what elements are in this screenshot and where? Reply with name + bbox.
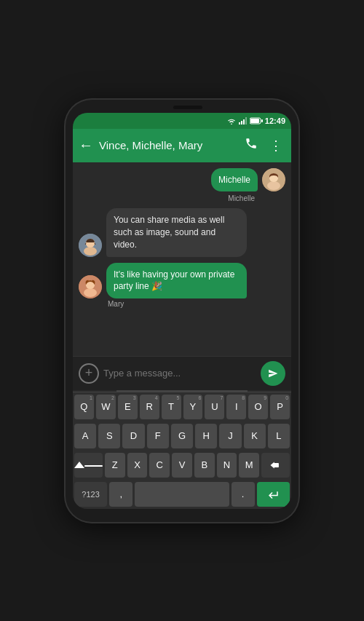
key-symbols[interactable]: ?123 (74, 482, 107, 507)
key-F[interactable]: F (147, 424, 169, 448)
keyboard-row-4: ?123 , . (73, 480, 291, 509)
key-period[interactable]: . (232, 482, 255, 507)
back-button[interactable]: ← (79, 137, 93, 154)
message-group-mary: It's like having your own private party … (106, 263, 247, 299)
hint-9: 9 (264, 395, 266, 400)
svg-rect-3 (245, 117, 247, 124)
key-G[interactable]: G (171, 424, 193, 448)
key-Z[interactable]: Z (105, 453, 125, 478)
key-Y[interactable]: 6Y (183, 395, 203, 419)
input-area: + (73, 356, 291, 390)
svg-point-17 (84, 288, 97, 297)
key-E[interactable]: 3E (118, 395, 138, 419)
svg-point-13 (84, 247, 97, 256)
shift-icon (74, 462, 84, 468)
status-icons: 12:49 (226, 116, 285, 125)
hint-1: 1 (90, 395, 92, 400)
key-I[interactable]: 8I (226, 395, 246, 419)
key-space[interactable] (135, 482, 229, 507)
key-J[interactable]: J (219, 424, 241, 448)
status-bar: 12:49 (73, 113, 291, 129)
hint-8: 8 (242, 395, 245, 400)
phone-screen: 12:49 ← Vince, Michelle, Mary ⋮ Michelle (73, 113, 291, 509)
svg-rect-2 (243, 119, 245, 124)
mary-label: Mary (108, 300, 124, 308)
bubble-vince: You can share media as well such as imag… (106, 208, 247, 256)
hint-4: 4 (155, 395, 158, 400)
key-P[interactable]: 0P (270, 395, 290, 419)
key-O[interactable]: 9O (248, 395, 268, 419)
keyboard: 1Q 2W 3E 4R 5T 6Y 7U 8I 9O 0P A S D F G … (73, 392, 291, 509)
key-U[interactable]: 7U (205, 395, 224, 419)
delete-icon (269, 460, 282, 470)
key-X[interactable]: X (127, 453, 148, 478)
enter-icon (266, 489, 280, 499)
message-row-mary-container: It's like having your own private party … (79, 263, 285, 309)
keyboard-row-2: A S D F G H J K L (73, 422, 291, 451)
key-V[interactable]: V (172, 453, 192, 478)
message-group-partial: Michelle (211, 168, 258, 192)
key-N[interactable]: N (217, 453, 237, 478)
avatar-img-mary (79, 275, 102, 298)
partial-bubble: Michelle (211, 168, 258, 192)
svg-rect-0 (239, 122, 240, 124)
key-H[interactable]: H (195, 424, 217, 448)
avatar-vince (79, 234, 102, 257)
wifi-icon (226, 117, 237, 124)
bubble-mary: It's like having your own private party … (106, 263, 247, 299)
message-row-vince: You can share media as well such as imag… (79, 208, 285, 256)
avatar-img-vince (79, 234, 102, 257)
keyboard-row-3: Z X C V B N M (73, 451, 291, 480)
avatar-michelle (262, 168, 285, 191)
hint-0: 0 (285, 395, 288, 400)
phone-device: 12:49 ← Vince, Michelle, Mary ⋮ Michelle (66, 100, 298, 522)
status-time: 12:49 (265, 116, 285, 125)
hint-3: 3 (133, 395, 136, 400)
key-C[interactable]: C (149, 453, 170, 478)
chat-area: Michelle Michelle (73, 162, 291, 356)
key-M[interactable]: M (239, 453, 259, 478)
send-button[interactable] (261, 361, 285, 386)
michelle-label: Michelle (79, 194, 255, 202)
message-row-mary: It's like having your own private party … (79, 263, 285, 299)
message-row-partial: Michelle (79, 168, 285, 192)
key-T[interactable]: 5T (162, 395, 181, 419)
send-icon (268, 368, 278, 379)
message-group-vince: You can share media as well such as imag… (106, 208, 247, 256)
key-S[interactable]: S (98, 424, 120, 448)
delete-key[interactable] (261, 453, 290, 478)
key-enter[interactable] (257, 482, 290, 507)
avatar-mary (79, 275, 102, 298)
svg-rect-5 (250, 119, 259, 123)
key-comma[interactable]: , (109, 482, 132, 507)
keyboard-row-1: 1Q 2W 3E 4R 5T 6Y 7U 8I 9O 0P (73, 392, 291, 422)
add-icon: + (85, 365, 93, 381)
avatar-img-michelle (262, 168, 285, 191)
svg-rect-6 (261, 119, 263, 122)
chat-title: Vince, Michelle, Mary (99, 139, 236, 151)
battery-icon (250, 117, 263, 124)
key-W[interactable]: 2W (96, 395, 116, 419)
svg-rect-1 (241, 121, 242, 124)
signal-icon (239, 117, 248, 124)
key-R[interactable]: 4R (140, 395, 159, 419)
key-D[interactable]: D (122, 424, 144, 448)
key-Q[interactable]: 1Q (74, 395, 94, 419)
call-button[interactable] (242, 134, 261, 157)
hint-5: 5 (177, 395, 180, 400)
key-B[interactable]: B (194, 453, 215, 478)
call-icon (245, 137, 258, 150)
key-K[interactable]: K (244, 424, 266, 448)
add-attachment-button[interactable]: + (79, 363, 99, 384)
key-L[interactable]: L (268, 424, 290, 448)
svg-point-9 (267, 181, 280, 190)
message-input[interactable] (103, 368, 256, 379)
app-bar: ← Vince, Michelle, Mary ⋮ (73, 129, 291, 162)
shift-key[interactable] (74, 453, 103, 478)
more-options-button[interactable]: ⋮ (266, 135, 285, 157)
key-A[interactable]: A (74, 424, 96, 448)
hint-2: 2 (111, 395, 114, 400)
phone-speaker (173, 106, 202, 109)
hint-6: 6 (199, 395, 202, 400)
shift-underline (84, 465, 103, 467)
